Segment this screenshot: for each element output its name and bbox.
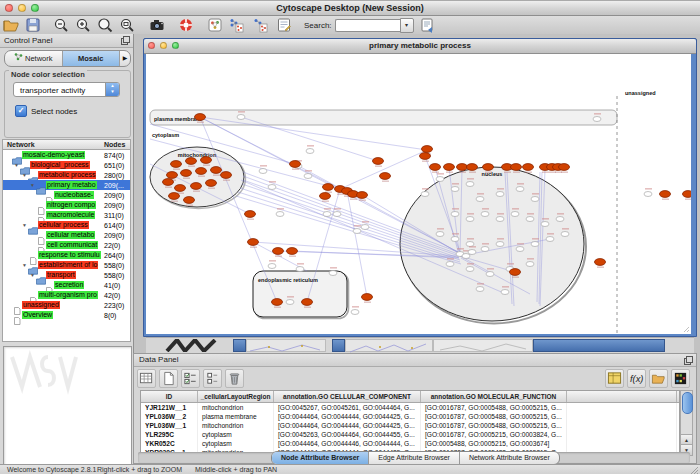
graph-node[interactable] <box>167 172 178 179</box>
tab-node-attribute-browser[interactable]: Node Attribute Browser <box>272 452 369 464</box>
graph-node[interactable] <box>501 290 509 295</box>
view-close-icon[interactable] <box>148 42 155 49</box>
graph-node[interactable] <box>476 287 484 292</box>
graph-node[interactable] <box>169 193 180 200</box>
table-row[interactable]: YLR295Ccytoplasm[GO:0045263, GO:0044464,… <box>141 430 679 439</box>
graph-node[interactable] <box>430 164 441 171</box>
graph-node[interactable] <box>171 161 182 168</box>
table-row[interactable]: YKR052Ccytoplasm[GO:0044464, GO:0044446,… <box>141 439 679 448</box>
graph-node[interactable] <box>290 161 301 168</box>
graph-node[interactable] <box>496 192 504 197</box>
select-nodes-checkbox[interactable]: ✓ <box>15 105 27 117</box>
graph-node[interactable] <box>481 212 489 217</box>
expander-icon[interactable]: ▼ <box>21 222 28 228</box>
graph-node[interactable] <box>516 187 524 192</box>
expander-icon[interactable]: ▼ <box>29 182 36 188</box>
advanced-search-icon[interactable] <box>419 17 435 33</box>
graph-node[interactable] <box>446 262 454 267</box>
graph-node[interactable] <box>593 117 601 122</box>
graph-node[interactable] <box>245 211 256 218</box>
tab-overflow-icon[interactable]: ▶ <box>120 51 130 66</box>
graph-node[interactable] <box>184 197 195 204</box>
tree-row[interactable]: ▼establishment of lo558(0) <box>3 260 130 270</box>
graph-node[interactable] <box>320 193 331 200</box>
color-matrix-icon[interactable] <box>671 369 690 388</box>
float-panel-icon[interactable] <box>121 36 130 45</box>
column-header[interactable] <box>567 391 677 402</box>
network-view-titlebar[interactable]: primary metabolic process <box>144 39 696 54</box>
scrollbar-thumb[interactable] <box>682 392 693 414</box>
close-icon[interactable] <box>5 4 13 12</box>
graph-node[interactable] <box>531 197 539 202</box>
graph-node[interactable] <box>436 177 444 182</box>
graph-node[interactable] <box>211 167 222 174</box>
graph-node[interactable] <box>466 182 474 187</box>
attribute-grid-icon[interactable] <box>137 369 156 388</box>
graph-edge[interactable] <box>200 117 277 302</box>
graph-node[interactable] <box>323 184 334 191</box>
graph-edge[interactable] <box>347 191 367 297</box>
graph-node[interactable] <box>181 170 192 177</box>
attribute-dropdown[interactable]: transporter activity ▲▼ <box>13 82 120 97</box>
zoom-window-icon[interactable] <box>31 4 39 12</box>
graph-node[interactable] <box>351 310 359 315</box>
graph-node[interactable] <box>644 192 652 197</box>
tab-edge-attribute-browser[interactable]: Edge Attribute Browser <box>369 452 460 464</box>
tree-row[interactable]: ▼primary metabo209(... <box>3 180 130 190</box>
expander-icon[interactable]: ▼ <box>21 262 28 268</box>
graph-node[interactable] <box>268 185 276 190</box>
graph-node[interactable] <box>195 114 206 121</box>
graph-node[interactable] <box>422 146 433 153</box>
graph-node[interactable] <box>237 115 245 120</box>
graph-node[interactable] <box>510 269 521 276</box>
graph-node[interactable] <box>451 237 459 242</box>
graph-node[interactable] <box>329 271 337 276</box>
graph-node[interactable] <box>323 212 331 217</box>
graph-node[interactable] <box>561 232 569 237</box>
tree-row[interactable]: cell communicat22(0) <box>3 240 130 250</box>
graph-node[interactable] <box>683 191 692 198</box>
tree-row[interactable]: ▼transport558(0) <box>3 270 130 280</box>
column-header[interactable]: ID <box>141 391 198 402</box>
tree-row[interactable]: unassigned223(0) <box>3 300 130 310</box>
manage-networks-icon[interactable] <box>207 17 223 33</box>
graph-node[interactable] <box>451 212 459 217</box>
zoom-out-icon[interactable] <box>53 17 69 33</box>
attribute-panel-icon[interactable] <box>605 369 624 388</box>
view-zoom-icon[interactable] <box>172 42 179 49</box>
graph-node[interactable] <box>362 294 373 301</box>
graph-node[interactable] <box>296 267 304 272</box>
graph-node[interactable] <box>467 164 478 171</box>
minimize-icon[interactable] <box>18 4 26 12</box>
zoom-selected-icon[interactable] <box>97 17 113 33</box>
graph-node[interactable] <box>466 267 474 272</box>
snapshot-icon[interactable] <box>149 17 165 33</box>
table-row[interactable]: YPL036W__1mitochondrion[GO:0044464, GO:0… <box>141 421 679 430</box>
graph-node[interactable] <box>191 183 202 190</box>
main-titlebar[interactable]: Cytoscape Desktop (New Session) <box>0 1 700 16</box>
graph-node[interactable] <box>420 153 431 160</box>
graph-node[interactable] <box>186 158 197 165</box>
graph-node[interactable] <box>451 187 459 192</box>
graph-node[interactable] <box>559 164 570 171</box>
graph-node[interactable] <box>373 158 384 165</box>
graph-node[interactable] <box>546 237 554 242</box>
graph-node[interactable] <box>660 191 671 198</box>
tree-row[interactable]: cellular metabo209(0) <box>3 230 130 240</box>
table-row[interactable]: YPL036W__2plasma membrane[GO:0044464, GO… <box>141 412 679 421</box>
graph-node[interactable] <box>287 248 298 255</box>
tree-row[interactable]: macromolecule311(0) <box>3 210 130 220</box>
graph-node[interactable] <box>273 248 284 255</box>
graph-edge[interactable] <box>340 150 427 189</box>
new-attribute-icon[interactable] <box>159 369 178 388</box>
network-tree-header[interactable]: Network Nodes <box>2 139 131 150</box>
column-header[interactable]: annotation.GO CELLULAR_COMPONENT <box>274 391 421 402</box>
copy-network-style-icon[interactable] <box>228 17 244 33</box>
tree-row[interactable]: multi-organism pro42(0) <box>3 290 130 300</box>
delete-attribute-icon[interactable] <box>225 369 244 388</box>
select-attributes-icon[interactable] <box>181 369 200 388</box>
graph-node[interactable] <box>462 254 470 259</box>
resize-grip-icon[interactable] <box>690 466 699 474</box>
graph-node[interactable] <box>466 217 474 222</box>
graph-node[interactable] <box>248 239 259 246</box>
